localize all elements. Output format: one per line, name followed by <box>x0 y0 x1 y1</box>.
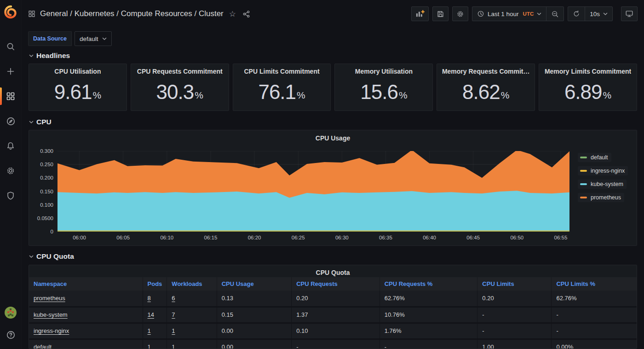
x-axis: 06:0006:0506:1006:1506:2006:2506:3006:35… <box>58 232 569 244</box>
table-cell: 1 <box>167 323 217 339</box>
cpu-usage-panel-title[interactable]: CPU Usage <box>34 134 632 145</box>
cell-link[interactable]: 7 <box>172 311 175 318</box>
gear-icon <box>456 10 464 18</box>
legend-item-prometheus[interactable]: prometheus <box>578 193 624 202</box>
save-dashboard-button[interactable] <box>432 6 448 21</box>
dashboard-settings-button[interactable] <box>452 6 468 21</box>
stat-panel-memory-utilisation[interactable]: Memory Utilisation 15.6% <box>334 64 433 111</box>
legend-swatch <box>580 157 587 158</box>
legend-label: ingress-nginx <box>591 168 625 174</box>
table-cell: 0.20 <box>292 291 380 307</box>
sidebar-item-dashboards[interactable] <box>0 86 21 107</box>
stat-panel-memory-limits-commitment[interactable]: Memory Limits Commitment 6.89% <box>539 64 637 111</box>
section-headlines[interactable]: Headlines <box>29 52 637 60</box>
table-row: ingress-nginx110.000.101.76%-- <box>29 323 637 339</box>
sidebar-item-server-admin[interactable] <box>0 185 21 206</box>
cell-link[interactable]: 6 <box>172 295 175 302</box>
legend-item-kube-system[interactable]: kube-system <box>578 180 627 189</box>
sidebar-item-create[interactable] <box>0 61 21 82</box>
cell-link[interactable]: prometheus <box>34 295 65 302</box>
column-header-pods[interactable]: Pods <box>143 277 167 291</box>
cell-link[interactable]: 8 <box>148 295 151 302</box>
time-range-picker[interactable]: Last 1 hour UTC <box>472 7 546 21</box>
sidebar-item-configuration[interactable] <box>0 160 21 181</box>
stat-panel-memory-requests-commitment[interactable]: Memory Requests Commit… 8.62% <box>437 64 535 111</box>
table-cell: 0.00 <box>217 323 291 339</box>
dashboard-content: Headlines CPU Utilisation 9.61% CPU Requ… <box>22 46 644 349</box>
section-cpu-quota[interactable]: CPU Quota <box>29 252 637 261</box>
section-cpu-title: CPU <box>36 118 52 126</box>
legend-swatch <box>580 183 587 185</box>
legend-item-default[interactable]: default <box>578 153 611 162</box>
table-cell: 6 <box>167 291 217 307</box>
datasource-variable-dropdown[interactable]: default <box>75 31 112 46</box>
column-header-cpu-usage[interactable]: CPU Usage <box>217 277 291 291</box>
compass-icon <box>6 116 16 126</box>
x-tick-label: 06:15 <box>204 235 218 240</box>
stat-suffix: % <box>92 90 101 101</box>
column-header-cpu-requests[interactable]: CPU Requests <box>292 277 380 291</box>
add-panel-button[interactable] <box>411 6 429 21</box>
chevron-down-icon <box>603 12 608 16</box>
cell-link[interactable]: 1 <box>148 343 151 349</box>
table-cell: 0.00 <box>217 339 291 349</box>
legend-label: kube-system <box>591 181 623 187</box>
stat-panel-cpu-requests-commitment[interactable]: CPU Requests Commitment 30.3% <box>131 64 229 111</box>
table-cell: 1.76% <box>380 323 477 339</box>
table-cell: - <box>552 307 637 323</box>
breadcrumb-text[interactable]: General / Kubernetes / Compute Resources… <box>40 9 224 18</box>
legend-item-ingress-nginx[interactable]: ingress-nginx <box>578 166 628 175</box>
stat-value: 6.89 <box>564 81 602 104</box>
avatar[interactable] <box>5 307 17 319</box>
column-header-workloads[interactable]: Workloads <box>167 277 217 291</box>
cell-link[interactable]: 1 <box>172 327 175 334</box>
grafana-logo[interactable] <box>0 0 22 24</box>
sidebar-item-alerting[interactable] <box>0 135 21 157</box>
x-tick-label: 06:30 <box>335 235 349 240</box>
sidebar-item-explore[interactable] <box>0 111 21 132</box>
dashboards-grid-icon <box>6 92 15 101</box>
x-tick-label: 06:55 <box>554 235 568 240</box>
column-header-cpu-limits[interactable]: CPU Limits <box>477 277 552 291</box>
cpu-usage-plot[interactable] <box>58 151 569 232</box>
x-tick-label: 06:05 <box>116 235 130 240</box>
stat-value: 30.3 <box>156 81 194 104</box>
cell-link[interactable]: 1 <box>148 327 151 334</box>
cell-link[interactable]: 14 <box>148 311 154 318</box>
sidebar-item-search[interactable] <box>0 36 21 57</box>
refresh-button[interactable] <box>568 7 585 21</box>
table-cell: - <box>552 323 637 339</box>
cell-link[interactable]: default <box>34 343 52 349</box>
section-cpu[interactable]: CPU <box>29 118 637 126</box>
table-row: default110.00--1.000.00% <box>29 339 637 349</box>
zoom-out-button[interactable] <box>546 7 564 21</box>
table-cell: 1.37 <box>292 307 380 323</box>
save-icon <box>437 10 444 18</box>
search-icon <box>6 42 15 51</box>
legend-label: prometheus <box>591 194 621 201</box>
refresh-interval-dropdown[interactable]: 10s <box>585 7 612 21</box>
cell-link[interactable]: kube-system <box>34 311 68 318</box>
stat-value: 9.61 <box>54 81 92 104</box>
cell-link[interactable]: ingress-nginx <box>34 327 69 334</box>
dashboard-variables: Data Source default <box>22 28 644 46</box>
stat-panel-cpu-limits-commitment[interactable]: CPU Limits Commitment 76.1% <box>233 64 331 111</box>
stat-panel-cpu-utilisation[interactable]: CPU Utilisation 9.61% <box>29 64 127 111</box>
gear-icon <box>6 166 15 175</box>
kiosk-mode-button[interactable] <box>621 6 638 21</box>
column-header-cpu-requests-[interactable]: CPU Requests % <box>380 277 477 291</box>
legend-swatch <box>580 197 587 198</box>
share-icon[interactable] <box>242 10 250 18</box>
x-tick-label: 06:25 <box>292 235 305 240</box>
table-cell: - <box>477 307 552 323</box>
sidebar-item-help[interactable] <box>5 328 17 342</box>
table-cell: - <box>380 339 477 349</box>
refresh-icon <box>573 10 580 17</box>
favorite-star-icon[interactable]: ☆ <box>229 9 236 19</box>
column-header-cpu-limits-[interactable]: CPU Limits % <box>552 277 637 291</box>
column-header-namespace[interactable]: Namespace <box>29 277 143 291</box>
sidebar <box>0 0 22 349</box>
cpu-quota-panel-title[interactable]: CPU Quota <box>29 268 637 277</box>
cell-link[interactable]: 1 <box>172 343 175 349</box>
chart-legend: default ingress-nginx kube-system promet… <box>569 151 632 232</box>
